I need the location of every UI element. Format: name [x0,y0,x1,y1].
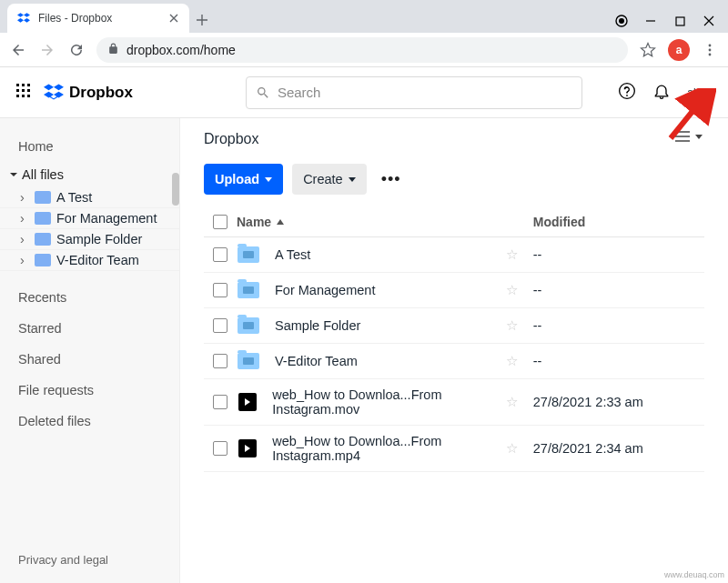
app-grid-icon[interactable] [16,84,31,102]
sidebar-shared[interactable]: Shared [0,344,179,375]
folder-icon [238,317,259,334]
create-button[interactable]: Create [292,164,367,195]
view-controls[interactable] [675,131,703,142]
svg-point-3 [709,44,712,46]
bookmark-star-icon[interactable] [639,41,657,59]
record-icon[interactable] [615,15,628,27]
row-checkbox[interactable] [213,247,228,262]
user-name[interactable]: alphr [687,86,712,99]
forward-button[interactable] [38,41,56,59]
browser-tab[interactable]: Files - Dropbox [7,4,189,33]
sidebar-file-requests[interactable]: File requests [0,375,179,406]
content: Dropbox Upload Create ••• Name Modified [180,118,728,583]
star-icon[interactable]: ☆ [506,318,533,333]
tab-close-icon[interactable] [167,12,180,25]
app-header: Dropbox Search alphr [0,67,728,118]
sidebar-recents[interactable]: Recents [0,282,179,313]
sidebar-home[interactable]: Home [0,131,179,162]
reload-button[interactable] [67,41,86,59]
notifications-icon[interactable] [652,82,671,104]
maximize-icon[interactable] [673,16,686,26]
dropbox-logo[interactable]: Dropbox [44,84,133,102]
main-area: Home All files ›A Test ›For Management ›… [0,118,728,583]
file-name: web_How to Downloa...From Instagram.mov [272,387,505,417]
sidebar-all-files[interactable]: All files [0,162,179,187]
file-name: web_How to Downloa...From Instagram.mp4 [272,434,506,463]
folder-icon [238,282,259,298]
table-header: Name Modified [204,215,704,237]
svg-rect-8 [27,84,30,86]
window-controls [615,15,728,33]
row-checkbox[interactable] [213,395,228,409]
back-button[interactable] [9,41,27,59]
row-checkbox[interactable] [213,318,228,333]
minimize-icon[interactable] [644,15,657,26]
table-row[interactable]: web_How to Downloa...From Instagram.mp4 … [204,426,704,472]
svg-rect-9 [16,89,19,92]
file-modified: -- [533,247,704,262]
more-actions-button[interactable]: ••• [376,170,407,189]
chevron-down-icon [349,177,356,182]
svg-rect-6 [16,84,19,86]
table-row[interactable]: V-Editor Team ☆ -- [204,344,704,379]
select-all-checkbox[interactable] [213,215,228,229]
star-icon[interactable]: ☆ [506,441,533,456]
column-modified[interactable]: Modified [533,215,704,229]
table-row[interactable]: A Test ☆ -- [204,237,704,273]
star-icon[interactable]: ☆ [506,283,533,297]
sidebar-starred[interactable]: Starred [0,313,179,344]
row-checkbox[interactable] [213,354,228,368]
sidebar-scrollbar[interactable] [172,173,179,206]
search-box[interactable]: Search [246,76,582,109]
toolbar: Upload Create ••• [204,164,704,195]
profile-avatar[interactable]: a [668,39,690,61]
sort-asc-icon [277,219,284,225]
new-tab-button[interactable] [189,7,215,33]
table-row[interactable]: Sample Folder ☆ -- [204,308,704,344]
url-field[interactable]: dropbox.com/home [96,37,628,63]
row-checkbox[interactable] [213,283,228,297]
sidebar-deleted[interactable]: Deleted files [0,406,179,437]
chevron-down-icon [9,170,18,179]
dropbox-icon [44,84,64,102]
column-name[interactable]: Name [237,215,506,229]
svg-rect-10 [22,89,25,92]
row-checkbox[interactable] [213,441,228,456]
help-icon[interactable] [618,82,636,104]
svg-rect-13 [22,95,25,97]
video-file-icon [238,439,257,457]
svg-point-4 [709,48,712,51]
tree-item[interactable]: ›V-Editor Team [0,250,179,271]
search-icon [256,85,270,100]
search-placeholder: Search [278,85,321,100]
list-view-icon [675,131,690,142]
tab-title: Files - Dropbox [38,12,160,25]
tree-item[interactable]: ›For Management [0,208,179,229]
tree-item[interactable]: ›Sample Folder [0,229,179,250]
star-icon[interactable]: ☆ [506,354,533,368]
breadcrumb: Dropbox [204,131,704,147]
folder-icon [35,191,51,204]
svg-rect-7 [22,84,25,86]
star-icon[interactable]: ☆ [506,247,533,262]
folder-icon [35,233,51,246]
file-modified: -- [533,354,704,368]
star-icon[interactable]: ☆ [506,395,533,409]
brand-text: Dropbox [69,84,133,102]
url-text: dropbox.com/home [126,43,236,57]
close-window-icon[interactable] [703,15,715,26]
folder-icon [238,353,259,369]
chevron-down-icon [265,177,272,182]
chevron-down-icon [695,135,703,139]
table-row[interactable]: web_How to Downloa...From Instagram.mov … [204,379,704,426]
lock-icon [107,43,119,57]
watermark: www.deuaq.com [664,570,724,579]
file-name: A Test [275,247,310,262]
tree-item[interactable]: ›A Test [0,187,179,208]
svg-rect-11 [27,89,30,92]
sidebar-footer-link[interactable]: Privacy and legal [0,544,179,576]
table-row[interactable]: For Management ☆ -- [204,273,704,308]
browser-menu-icon[interactable] [701,41,719,59]
upload-button[interactable]: Upload [204,164,283,195]
tab-favicon [16,11,31,25]
